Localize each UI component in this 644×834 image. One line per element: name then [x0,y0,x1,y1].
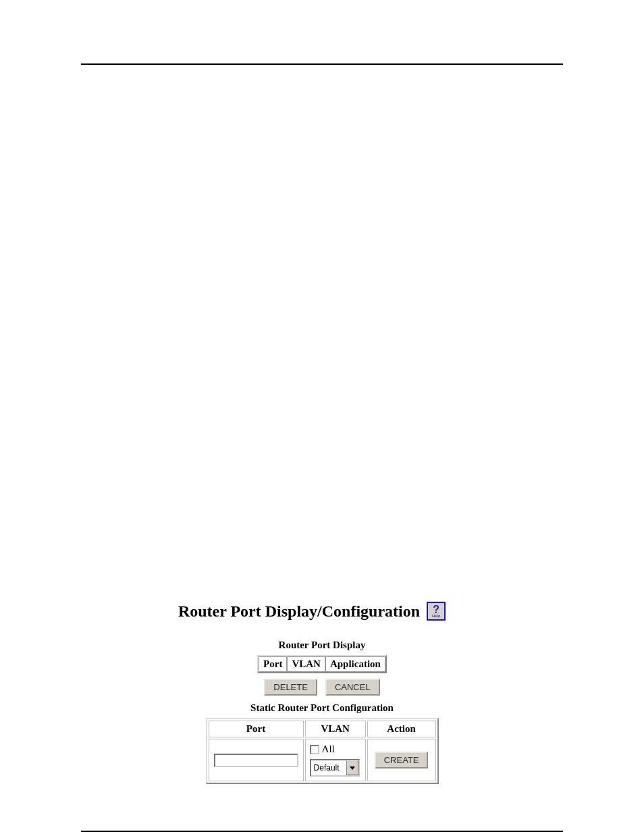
router-port-display-title: Router Port Display [180,640,464,651]
vlan-all-checkbox[interactable] [310,745,319,754]
router-port-ui: Router Port Display/Configuration ? Help… [0,602,644,784]
document-page: Router Port Display/Configuration ? Help… [0,63,644,834]
vlan-all-row: All [310,744,361,755]
config-input-row: All Default CREATE [209,739,436,781]
display-button-row: DELETE CANCEL [180,679,464,696]
display-col-application: Application [325,656,385,672]
display-col-port: Port [259,656,287,672]
config-col-port: Port [209,721,304,737]
rule-bottom [81,831,563,832]
static-router-port-config-title: Static Router Port Configuration [180,702,464,714]
vlan-all-label: All [322,744,335,755]
router-port-display-table: Port VLAN Application [257,655,387,673]
config-col-vlan: VLAN [305,721,366,737]
create-button[interactable]: CREATE [375,752,429,768]
vlan-select[interactable]: Default [310,759,360,777]
help-label: Help [432,614,440,618]
rule-top [81,63,563,65]
config-header-row: Port VLAN Action [209,721,436,737]
help-button[interactable]: ? Help [427,602,446,621]
title-row: Router Port Display/Configuration ? Help [160,602,464,621]
static-router-port-config-table: Port VLAN Action All Default [206,718,439,784]
port-input[interactable] [214,754,298,767]
page-title: Router Port Display/Configuration [178,602,420,621]
cancel-button[interactable]: CANCEL [325,679,380,696]
delete-button[interactable]: DELETE [264,679,317,696]
chevron-down-icon [346,760,358,775]
vlan-select-value: Default [311,760,346,775]
config-col-action: Action [367,721,436,737]
display-col-vlan: VLAN [287,656,325,672]
